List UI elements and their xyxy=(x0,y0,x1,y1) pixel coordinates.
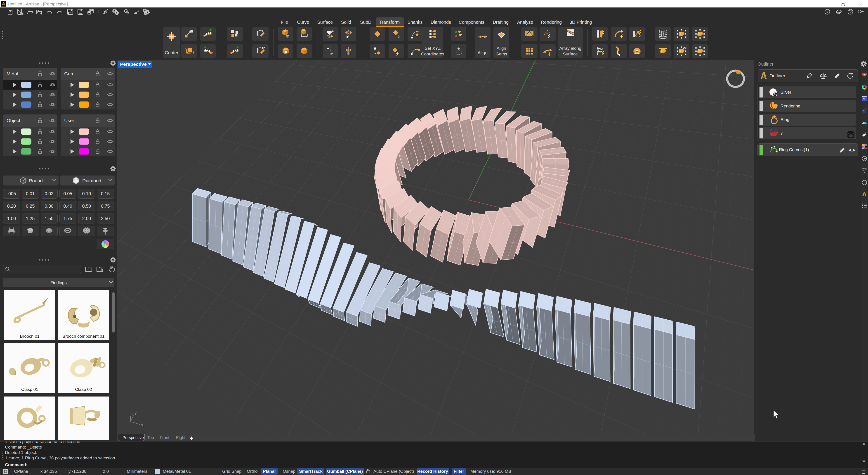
svg-text:3: 3 xyxy=(398,35,400,38)
svg-text:3D: 3D xyxy=(262,47,266,50)
svg-text:Perspective: Perspective xyxy=(120,61,147,67)
svg-text:?: ? xyxy=(863,97,865,101)
svg-text:z: z xyxy=(131,411,134,416)
svg-text:Kg: Kg xyxy=(287,36,289,38)
svg-text:Ag: Ag xyxy=(774,93,777,96)
svg-text:y: y xyxy=(134,410,137,415)
svg-text:x: x xyxy=(141,422,143,427)
